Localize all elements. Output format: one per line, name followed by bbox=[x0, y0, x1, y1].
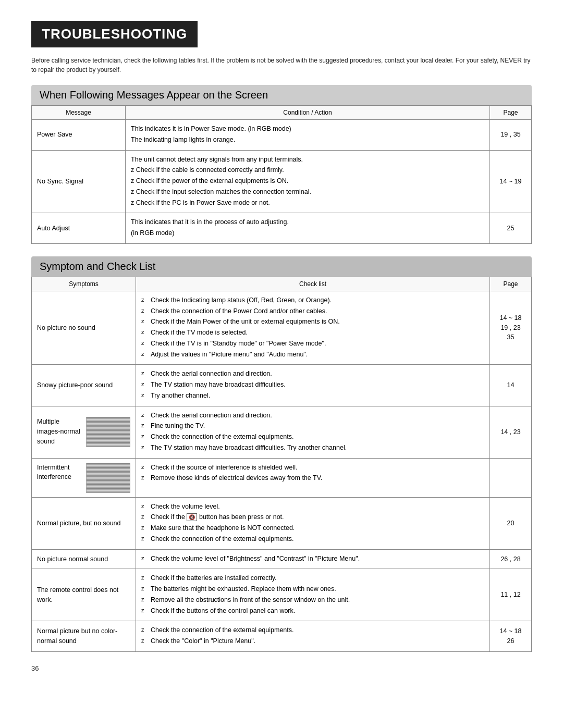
check-item: z Check the connection of the external e… bbox=[141, 432, 484, 442]
page-cell bbox=[490, 458, 532, 497]
mute-icon: 🔇 bbox=[187, 513, 197, 521]
check-text: Check the "Color" in "Picture Menu". bbox=[151, 636, 255, 646]
table-row: Intermittent interferencez Check if the … bbox=[32, 458, 532, 497]
checklist-cell: z Check the volume level.z Check if the … bbox=[136, 497, 490, 549]
check-text: Check if the TV mode is selected. bbox=[151, 328, 248, 338]
check-text: Check if the Main Power of the unit or e… bbox=[151, 317, 340, 327]
check-bullet: z bbox=[141, 317, 149, 327]
intro-paragraph: Before calling service technician, check… bbox=[31, 56, 532, 75]
table-row: No Sync. SignalThe unit cannot detect an… bbox=[32, 150, 532, 213]
table-row: Power SaveThis indicates it is in Power … bbox=[32, 120, 532, 151]
message-cell: Power Save bbox=[32, 120, 126, 151]
check-item: z Make sure that the headphone is NOT co… bbox=[141, 523, 484, 533]
checklist-cell: z Check the Indicating lamp status (Off,… bbox=[136, 291, 490, 365]
condition-item: (in RGB mode) bbox=[131, 228, 484, 238]
condition-item: The unit cannot detect any signals from … bbox=[131, 155, 484, 165]
check-item: z The batteries might be exhausted. Repl… bbox=[141, 584, 484, 594]
check-item: z Check if the TV is in "Standby mode" o… bbox=[141, 339, 484, 349]
check-text: Check if the buttons of the control pane… bbox=[151, 606, 295, 616]
col-message: Message bbox=[32, 106, 126, 120]
table-row: Auto AdjustThis indicates that it is in … bbox=[32, 213, 532, 244]
page-cell: 26 , 28 bbox=[490, 549, 532, 569]
section2-heading: Symptom and Check List bbox=[31, 256, 532, 277]
symptom-text: Normal picture but no color-normal sound bbox=[37, 627, 117, 645]
check-bullet: z bbox=[141, 534, 149, 544]
page-cell: 14 bbox=[490, 365, 532, 406]
col-symptoms: Symptoms bbox=[32, 277, 136, 291]
check-text: Check the connection of the external equ… bbox=[151, 534, 293, 544]
col-condition: Condition / Action bbox=[126, 106, 490, 120]
check-item: z Check if the TV mode is selected. bbox=[141, 328, 484, 338]
check-item: z The TV station may have broadcast diff… bbox=[141, 443, 484, 453]
section1-heading: When Following Messages Appear on the Sc… bbox=[31, 85, 532, 105]
checklist-cell: z Check if the batteries are installed c… bbox=[136, 569, 490, 621]
section2-table: Symptoms Check list Page No picture no s… bbox=[31, 277, 532, 652]
condition-item: z Check if the cable is connected correc… bbox=[131, 165, 484, 175]
check-bullet: z bbox=[141, 421, 149, 431]
check-item: z Check if the buttons of the control pa… bbox=[141, 606, 484, 616]
check-item: z Check the Indicating lamp status (Off,… bbox=[141, 295, 484, 305]
check-item: z Check the aerial connection and direct… bbox=[141, 369, 484, 379]
check-text: The batteries might be exhausted. Replac… bbox=[151, 584, 336, 594]
check-item: z Check the connection of the Power Cord… bbox=[141, 306, 484, 316]
check-bullet: z bbox=[141, 625, 149, 635]
checklist-cell: z Check the volume level of "Brightness"… bbox=[136, 549, 490, 569]
check-text: Check the connection of the external equ… bbox=[151, 432, 293, 442]
check-bullet: z bbox=[141, 443, 149, 453]
page-cell: 14 ~ 19 bbox=[490, 150, 532, 213]
check-bullet: z bbox=[141, 502, 149, 512]
check-bullet: z bbox=[141, 350, 149, 360]
table-row: Normal picture, but no soundz Check the … bbox=[32, 497, 532, 549]
symptom-text: No picture no sound bbox=[37, 324, 95, 331]
condition-item: z Check if the input selection matches t… bbox=[131, 187, 484, 197]
check-item: z The TV station may have broadcast diff… bbox=[141, 380, 484, 390]
check-text: Check the connection of the Power Cord a… bbox=[151, 306, 327, 316]
check-bullet: z bbox=[141, 512, 149, 522]
symptom-text: No picture normal sound bbox=[37, 556, 108, 563]
table-row: Snowy picture-poor soundz Check the aeri… bbox=[32, 365, 532, 406]
col-page: Page bbox=[490, 106, 532, 120]
check-item: z Check if the Main Power of the unit or… bbox=[141, 317, 484, 327]
check-bullet: z bbox=[141, 391, 149, 401]
page-cell: 11 , 12 bbox=[490, 569, 532, 621]
check-item: z Check if the 🔇 button has been press o… bbox=[141, 512, 484, 522]
condition-cell: The unit cannot detect any signals from … bbox=[126, 150, 490, 213]
symptom-text: Snowy picture-poor sound bbox=[37, 381, 113, 389]
check-bullet: z bbox=[141, 295, 149, 305]
checklist-cell: z Check the aerial connection and direct… bbox=[136, 406, 490, 458]
check-bullet: z bbox=[141, 328, 149, 338]
symptom-cell: Snowy picture-poor sound bbox=[32, 365, 136, 406]
symptom-cell: No picture no sound bbox=[32, 291, 136, 365]
check-bullet: z bbox=[141, 473, 149, 483]
check-text: Check the volume level. bbox=[151, 502, 220, 512]
page-cell: 14 ~ 18 26 bbox=[490, 621, 532, 652]
check-text: Check if the TV is in "Standby mode" or … bbox=[151, 339, 326, 349]
symptom-text: Multiple images-normal sound bbox=[37, 418, 80, 445]
symptom-cell: Multiple images-normal sound bbox=[32, 406, 136, 458]
symptom-cell: Normal picture, but no sound bbox=[32, 497, 136, 549]
condition-item: The indicating lamp lights in orange. bbox=[131, 135, 484, 145]
check-bullet: z bbox=[141, 595, 149, 605]
page-cell: 25 bbox=[490, 213, 532, 244]
check-bullet: z bbox=[141, 584, 149, 594]
symptom-cell: No picture normal sound bbox=[32, 549, 136, 569]
table-row: No picture no soundz Check the Indicatin… bbox=[32, 291, 532, 365]
check-item: z Check the aerial connection and direct… bbox=[141, 411, 484, 421]
condition-cell: This indicates that it is in the process… bbox=[126, 213, 490, 244]
checklist-cell: z Check the connection of the external e… bbox=[136, 621, 490, 652]
check-bullet: z bbox=[141, 306, 149, 316]
check-text: The TV station may have broadcast diffic… bbox=[151, 380, 286, 390]
check-text: Check the Indicating lamp status (Off, R… bbox=[151, 295, 332, 305]
check-item: z Check the connection of the external e… bbox=[141, 534, 484, 544]
tv-static-image bbox=[86, 417, 130, 447]
check-text: Check the aerial connection and directio… bbox=[151, 411, 272, 421]
check-bullet: z bbox=[141, 432, 149, 442]
symptom-text: Intermittent interference bbox=[37, 464, 71, 481]
message-cell: No Sync. Signal bbox=[32, 150, 126, 213]
symptom-cell: Normal picture but no color-normal sound bbox=[32, 621, 136, 652]
symptom-cell: The remote control does not work. bbox=[32, 569, 136, 621]
condition-item: This indicates that it is in the process… bbox=[131, 217, 484, 227]
page-number: 36 bbox=[31, 664, 532, 672]
section1-table: Message Condition / Action Page Power Sa… bbox=[31, 105, 532, 244]
check-bullet: z bbox=[141, 606, 149, 616]
